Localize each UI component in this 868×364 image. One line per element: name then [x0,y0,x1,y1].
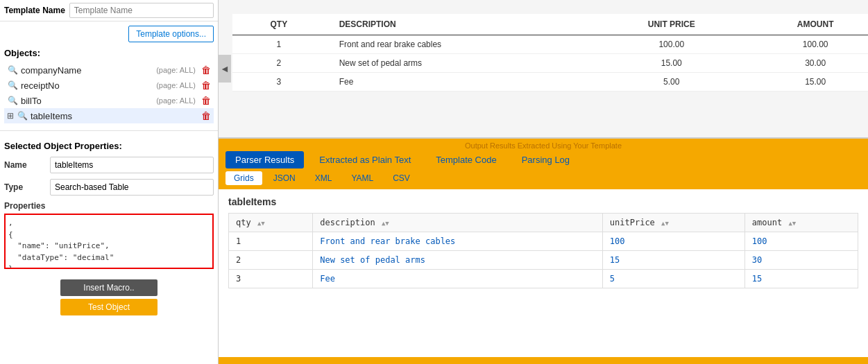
sort-icon-desc: ▲▼ [382,220,389,227]
grid-cell-qty: 1 [229,232,313,251]
doc-cell-unitprice: 100.00 [594,35,749,54]
grid-cell-description: Front and rear brake cables [313,232,603,251]
col-qty: QTY [232,14,325,35]
properties-text-area: Properties , { "name": "unitPrice", "dat… [4,201,214,271]
doc-preview: ◄ QTY DESCRIPTION UNIT PRICE AMOUNT 1 Fr… [219,0,868,139]
grid-cell-qty: 2 [229,251,313,270]
doc-cell-amount: 100.00 [749,35,868,54]
object-name-billTo: billTo [21,96,153,106]
col-amount: AMOUNT [749,14,868,35]
doc-cell-desc: New set of pedal arms [325,54,594,73]
subtab-csv[interactable]: CSV [384,171,418,185]
left-panel: Template Name Template options... Object… [0,0,219,364]
results-content: tableItems qty ▲▼ description ▲▼ unitPri… [219,189,868,357]
grid-cell-unitprice: 15 [602,251,744,270]
grid-table: qty ▲▼ description ▲▼ unitPrice ▲▼ amoun… [228,213,858,288]
sort-icon-qty: ▲▼ [257,220,265,227]
table-icon: ⊞ [7,111,14,121]
name-prop-row: Name [4,157,214,173]
subtab-grids[interactable]: Grids [225,171,262,185]
col-unit-price: UNIT PRICE [594,14,749,35]
doc-cell-qty: 2 [232,54,325,73]
grid-cell-description: Fee [313,270,603,288]
object-name-companyName: companyName [21,65,153,76]
object-name-receiptNo: receiptNo [21,80,153,91]
grid-cell-qty: 3 [229,270,313,288]
doc-cell-desc: Front and rear brake cables [325,35,594,54]
results-tabs-row: Parser Results Extracted as Plain Text T… [219,151,868,171]
orange-bar [219,357,868,364]
properties-code-label: Properties [4,201,214,211]
delete-icon-companyName[interactable]: 🗑 [201,64,211,76]
object-page-receiptNo: (page: ALL) [156,81,196,89]
doc-table-row: 3 Fee 5.00 15.00 [232,73,868,92]
grid-cell-amount: 100 [744,232,858,251]
doc-table: QTY DESCRIPTION UNIT PRICE AMOUNT 1 Fron… [232,14,868,92]
col-description: DESCRIPTION [325,14,594,35]
name-prop-label: Name [4,160,46,170]
grid-col-amount: amount ▲▼ [744,214,858,232]
results-area: Output Results Extracted Using Your Temp… [219,139,868,364]
grid-table-title: tableItems [228,196,858,207]
bottom-buttons: Insert Macro.. Test Object [0,275,218,320]
doc-cell-unitprice: 15.00 [594,54,749,73]
tab-plain-text[interactable]: Extracted as Plain Text [309,151,420,168]
template-name-input[interactable] [69,3,214,18]
object-item-billTo[interactable]: 🔍 billTo (page: ALL) 🗑 [4,93,214,108]
doc-cell-qty: 1 [232,35,325,54]
search-icon: 🔍 [7,80,18,90]
insert-macro-button[interactable]: Insert Macro.. [60,279,158,296]
grid-cell-amount: 15 [744,270,858,288]
object-name-tableItems: tableItems [31,111,198,121]
tab-template-code[interactable]: Template Code [426,151,506,168]
object-item-tableItems[interactable]: ⊞ 🔍 tableItems 🗑 [4,108,214,123]
doc-cell-desc: Fee [325,73,594,92]
type-prop-row: Type [4,179,214,196]
grid-table-row: 1 Front and rear brake cables 100 100 [229,232,858,251]
properties-title: Selected Object Properties: [4,141,214,151]
doc-cell-amount: 30.00 [749,54,868,73]
delete-icon-tableItems[interactable]: 🗑 [201,110,211,121]
properties-code-textarea[interactable]: , { "name": "unitPrice", "dataType": "de… [4,214,214,269]
search-icon: 🔍 [7,65,18,75]
properties-section: Selected Object Properties: Name Type Pr… [0,137,218,275]
object-item-companyName[interactable]: 🔍 companyName (page: ALL) 🗑 [4,62,214,78]
doc-cell-amount: 15.00 [749,73,868,92]
delete-icon-receiptNo[interactable]: 🗑 [201,80,211,91]
template-name-row: Template Name [0,0,218,21]
template-name-label: Template Name [4,6,65,15]
subtab-yaml[interactable]: YAML [343,171,382,185]
grid-col-qty: qty ▲▼ [229,214,313,232]
objects-title: Objects: [4,48,214,58]
sort-icon-amount: ▲▼ [788,220,796,227]
object-item-receiptNo[interactable]: 🔍 receiptNo (page: ALL) 🗑 [4,78,214,93]
template-options-row: Template options... [0,21,218,44]
subtab-json[interactable]: JSON [265,171,304,185]
grid-cell-amount: 30 [744,251,858,270]
results-header-text: Output Results Extracted Using Your Temp… [219,139,868,151]
grid-table-row: 3 Fee 5 15 [229,270,858,288]
doc-cell-unitprice: 5.00 [594,73,749,92]
objects-section: Objects: 🔍 companyName (page: ALL) 🗑 🔍 r… [0,44,218,125]
scroll-left-arrow[interactable]: ◄ [219,55,231,83]
grid-col-unitprice: unitPrice ▲▼ [602,214,744,232]
tab-parsing-log[interactable]: Parsing Log [512,151,579,168]
template-options-button[interactable]: Template options... [128,26,214,42]
search-icon: 🔍 [7,96,18,105]
subtab-xml[interactable]: XML [307,171,341,185]
delete-icon-billTo[interactable]: 🗑 [201,95,211,106]
sort-icon-price: ▲▼ [661,220,669,227]
tab-parser-results[interactable]: Parser Results [225,151,304,168]
object-page-billTo: (page: ALL) [156,96,196,105]
doc-cell-qty: 3 [232,73,325,92]
search-icon-table: 🔍 [17,111,28,121]
doc-table-row: 2 New set of pedal arms 15.00 30.00 [232,54,868,73]
type-prop-input[interactable] [50,179,214,196]
results-subtabs-row: Grids JSON XML YAML CSV [219,171,868,189]
right-panel: ◄ QTY DESCRIPTION UNIT PRICE AMOUNT 1 Fr… [219,0,868,364]
name-prop-input[interactable] [50,157,214,173]
test-object-button[interactable]: Test Object [60,299,158,315]
grid-col-description: description ▲▼ [313,214,603,232]
grid-cell-unitprice: 100 [602,232,744,251]
grid-cell-description: New set of pedal arms [313,251,603,270]
